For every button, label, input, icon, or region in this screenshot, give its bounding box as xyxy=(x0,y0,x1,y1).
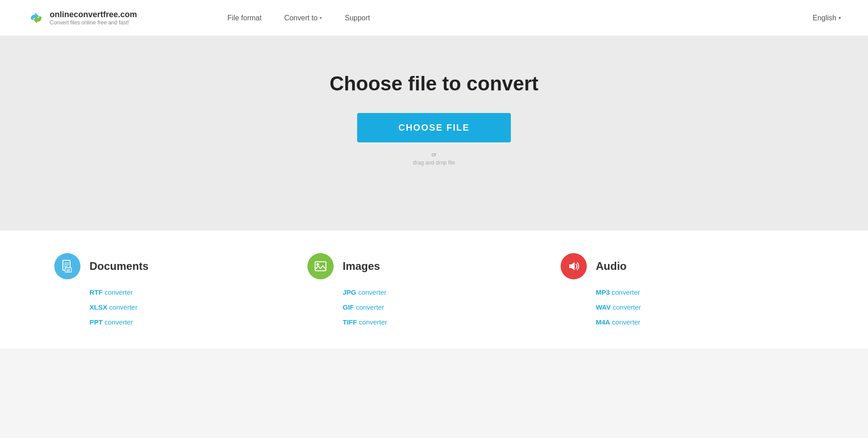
audio-icon-circle xyxy=(561,253,587,279)
category-images-header: Images xyxy=(307,253,561,279)
logo-icon xyxy=(27,9,45,27)
drag-drop-text: drag and drop file xyxy=(413,160,455,166)
hero-section: Choose file to convert CHOOSE FILE or dr… xyxy=(0,36,868,231)
audio-icon xyxy=(567,259,580,273)
images-icon-circle xyxy=(307,253,334,279)
logo-text: onlineconvertfree.com Convert files onli… xyxy=(50,10,137,26)
nav-file-format[interactable]: File format xyxy=(227,14,262,22)
logo[interactable]: onlineconvertfree.com Convert files onli… xyxy=(27,9,137,27)
language-selector[interactable]: English ▾ xyxy=(813,14,841,22)
logo-subtitle: Convert files online free and fast! xyxy=(50,19,137,26)
images-title: Images xyxy=(343,260,380,273)
nav-support[interactable]: Support xyxy=(344,14,370,22)
language-label: English xyxy=(813,14,836,22)
documents-links: RTF converter XLSX converter PPT convert… xyxy=(54,288,307,326)
wav-converter-link[interactable]: WAV converter xyxy=(596,303,814,311)
rtf-converter-link[interactable]: RTF converter xyxy=(90,288,307,296)
category-audio: Audio MP3 converter WAV converter M4A co… xyxy=(561,253,814,326)
logo-title: onlineconvertfree.com xyxy=(50,10,137,19)
image-icon xyxy=(314,259,327,273)
svg-marker-10 xyxy=(569,262,575,270)
header: onlineconvertfree.com Convert files onli… xyxy=(0,0,868,36)
main-nav: File format Convert to ▾ Support xyxy=(227,14,370,22)
ppt-converter-link[interactable]: PPT converter xyxy=(90,318,307,326)
documents-icon-circle xyxy=(54,253,80,279)
nav-convert-to[interactable]: Convert to ▾ xyxy=(284,14,322,22)
audio-links: MP3 converter WAV converter M4A converte… xyxy=(561,288,814,326)
gif-converter-link[interactable]: GIF converter xyxy=(343,303,561,311)
category-documents: Documents RTF converter XLSX converter P… xyxy=(54,253,307,326)
category-documents-header: Documents xyxy=(54,253,307,279)
images-links: JPG converter GIF converter TIFF convert… xyxy=(307,288,561,326)
drag-drop-area: or drag and drop file xyxy=(413,151,455,166)
document-icon xyxy=(61,259,74,273)
jpg-converter-link[interactable]: JPG converter xyxy=(343,288,561,296)
category-images: Images JPG converter GIF converter TIFF … xyxy=(307,253,561,326)
drag-or-text: or xyxy=(413,151,455,158)
mp3-converter-link[interactable]: MP3 converter xyxy=(596,288,814,296)
xlsx-converter-link[interactable]: XLSX converter xyxy=(90,303,307,311)
svg-rect-5 xyxy=(65,268,71,272)
tiff-converter-link[interactable]: TIFF converter xyxy=(343,318,561,326)
category-audio-header: Audio xyxy=(561,253,814,279)
hero-title: Choose file to convert xyxy=(330,72,538,95)
audio-title: Audio xyxy=(596,260,627,273)
convert-to-dropdown-arrow: ▾ xyxy=(320,15,322,20)
categories-section: Documents RTF converter XLSX converter P… xyxy=(0,231,868,349)
m4a-converter-link[interactable]: M4A converter xyxy=(596,318,814,326)
choose-file-button[interactable]: CHOOSE FILE xyxy=(357,113,511,142)
svg-rect-8 xyxy=(315,262,326,271)
svg-point-9 xyxy=(316,263,319,266)
language-dropdown-arrow: ▾ xyxy=(839,15,841,20)
documents-title: Documents xyxy=(90,260,149,273)
